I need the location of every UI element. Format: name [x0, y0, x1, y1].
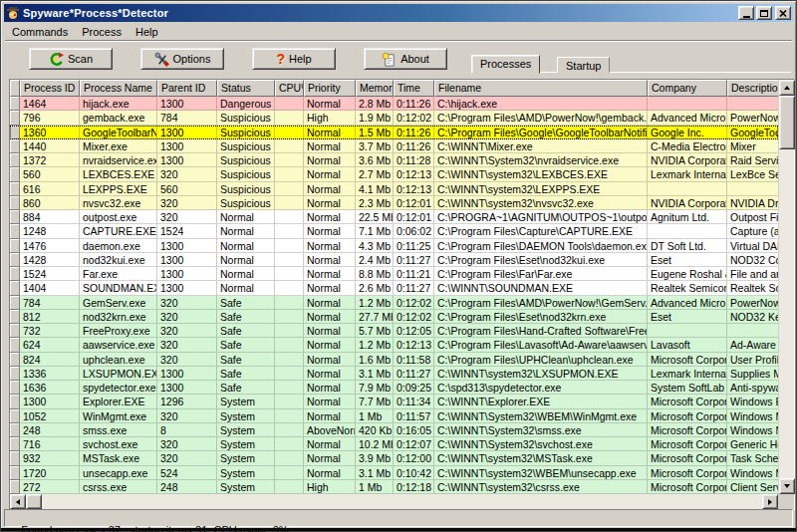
table-row[interactable]: 1636spydetector.exe1300SafeNormal7.9 Mb0…: [10, 381, 778, 395]
scan-button[interactable]: Scan: [29, 48, 113, 70]
cell-pid: 1476: [20, 239, 80, 253]
cell-cpu: [275, 253, 304, 267]
cell-description: Windows N: [727, 423, 778, 437]
column-header-parent[interactable]: Parent ID: [157, 80, 217, 97]
cell-time: 0:12:18: [394, 480, 434, 494]
scroll-left-button[interactable]: [10, 494, 26, 509]
tab-processes[interactable]: Processes: [471, 55, 540, 74]
vertical-scroll-track[interactable]: [779, 149, 794, 478]
table-row[interactable]: 1464hijack.exe1300DangerousNormal2.8 Mb0…: [10, 97, 778, 111]
close-button[interactable]: [775, 6, 791, 20]
table-row[interactable]: 860nvsvc32.exe320SuspiciousNormal2.3 Mb0…: [10, 196, 778, 210]
cell-priority: Normal: [304, 253, 356, 267]
table-row[interactable]: 716svchost.exe320SystemNormal10.2 Mb0:12…: [10, 437, 778, 451]
table-row[interactable]: 932MSTask.exe320SystemNormal3.9 Mb0:12:0…: [10, 451, 778, 465]
cell-parent: 1300: [157, 281, 217, 295]
column-header-status[interactable]: Status: [217, 80, 275, 97]
tab-startup[interactable]: Startup: [557, 57, 610, 73]
column-header-name[interactable]: Process Name: [80, 80, 157, 97]
about-button[interactable]: About: [364, 48, 447, 70]
cell-description: Windows M: [727, 409, 778, 423]
cell-parent: 320: [157, 210, 217, 224]
column-header-filename[interactable]: Filename: [434, 80, 648, 97]
cell-filename: C:\WINNT\system32\WBEM\unsecapp.exe: [434, 466, 648, 480]
cell-time: 0:06:02: [394, 224, 434, 238]
table-row[interactable]: 1476daemon.exe1300NormalNormal4.3 Mb0:11…: [10, 239, 778, 253]
table-row[interactable]: 272csrss.exe248SystemHigh1 Mb0:12:18C:\W…: [10, 480, 778, 494]
menu-process[interactable]: Process: [75, 25, 129, 39]
table-body: 1464hijack.exe1300DangerousNormal2.8 Mb0…: [10, 97, 778, 494]
cell-description: User Profile: [727, 353, 778, 367]
scroll-right-button[interactable]: [762, 494, 778, 509]
scroll-up-button[interactable]: [779, 80, 795, 96]
column-header-priority[interactable]: Priority: [304, 80, 356, 97]
table-row[interactable]: 1372nvraidservice.exe1300SuspiciousNorma…: [10, 153, 778, 167]
maximize-button[interactable]: [756, 6, 772, 20]
table-row[interactable]: 796gemback.exe784SuspiciousHigh1.9 Mb0:1…: [10, 111, 778, 125]
table-row[interactable]: 784GemServ.exe320SafeNormal1.2 Mb0:12:02…: [10, 296, 778, 310]
table-row[interactable]: 824uphclean.exe320SafeNormal1.6 Mb0:11:5…: [10, 353, 778, 367]
row-gutter: [10, 409, 20, 423]
menu-help[interactable]: Help: [129, 25, 165, 39]
table-row[interactable]: 1336LXSUPMON.EXE1300SafeNormal3.1 Mb0:11…: [10, 367, 778, 381]
table-row[interactable]: 1052WinMgmt.exe320SystemNormal1 Mb0:11:5…: [10, 409, 778, 423]
cell-status: Safe: [217, 367, 275, 381]
cell-filename: C:\hijack.exe: [434, 97, 648, 111]
cell-name: LEXBCES.EXE: [80, 167, 157, 181]
cell-parent: 320: [157, 353, 217, 367]
options-button[interactable]: Options: [140, 48, 224, 70]
cell-name: nvraidservice.exe: [80, 153, 157, 167]
column-header-description[interactable]: Description: [727, 80, 778, 97]
cell-priority: Normal: [304, 153, 356, 167]
table-row[interactable]: 248smss.exe8SystemAboveNormal420 Kb0:16:…: [10, 423, 778, 437]
cell-status: Suspicious: [217, 182, 275, 196]
table-row[interactable]: 1524Far.exe1300NormalNormal8.8 Mb0:11:21…: [10, 267, 778, 281]
menu-commands[interactable]: Commands: [5, 25, 75, 39]
vertical-scrollbar[interactable]: [778, 80, 794, 494]
table-row[interactable]: 1300Explorer.EXE1296SystemNormal7.7 Mb0:…: [10, 395, 778, 408]
cell-name: nod32krn.exe: [80, 310, 157, 324]
table-row[interactable]: 560LEXBCES.EXE320SuspiciousNormal2.7 Mb0…: [10, 167, 778, 181]
scroll-down-button[interactable]: [779, 478, 795, 494]
horizontal-scroll-thumb[interactable]: [26, 494, 42, 509]
cell-parent: 560: [157, 182, 217, 196]
cell-name: unsecapp.exe: [80, 466, 157, 480]
cell-time: 0:12:07: [394, 437, 434, 451]
help-button[interactable]: ? Help: [252, 48, 336, 70]
cell-status: Dangerous: [217, 97, 275, 111]
cell-description: Windows M: [727, 466, 778, 480]
cell-memory: 8.8 Mb: [356, 267, 394, 281]
row-gutter: [10, 281, 20, 295]
table-row[interactable]: 1248CAPTURE.EXE1524NormalNormal7.1 Mb0:0…: [10, 224, 778, 238]
table-row[interactable]: 732FreeProxy.exe320SafeNormal5.7 Mb0:12:…: [10, 324, 778, 338]
column-header-memory[interactable]: Memory: [356, 80, 394, 97]
column-header-time[interactable]: Time: [394, 80, 434, 97]
horizontal-scrollbar[interactable]: [10, 494, 778, 509]
table-row[interactable]: 1720unsecapp.exe524SystemNormal3.1 Mb0:1…: [10, 466, 778, 480]
minimize-button[interactable]: [738, 6, 754, 20]
cell-description: Anti-spywar: [727, 381, 778, 395]
cell-cpu: [275, 409, 304, 423]
row-gutter: [10, 353, 20, 367]
table-row[interactable]: 1360GoogleToolbarNotif1300SuspiciousNorm…: [10, 126, 778, 139]
table-row[interactable]: 616LEXPPS.EXE560SuspiciousNormal4.1 Mb0:…: [10, 182, 778, 196]
horizontal-scroll-track[interactable]: [42, 494, 762, 509]
cell-cpu: [275, 437, 304, 451]
column-header-pid[interactable]: Process ID: [20, 80, 80, 97]
column-header-cpu[interactable]: CPU%: [275, 80, 304, 97]
vertical-scroll-thumb[interactable]: [779, 96, 795, 149]
table-row[interactable]: 1428nod32kui.exe1300NormalNormal2.4 Mb0:…: [10, 253, 778, 267]
table-row[interactable]: 1404SOUNDMAN.EXE1300NormalNormal2.6 Mb0:…: [10, 281, 778, 295]
table-row[interactable]: 812nod32krn.exe320SafeNormal27.7 Mb0:12:…: [10, 310, 778, 324]
table-row[interactable]: 884outpost.exe320NormalNormal22.5 Mb0:12…: [10, 210, 778, 224]
cell-filename: C:\Program Files\AMD\PowerNow!\GemServ.e…: [434, 296, 648, 310]
cell-description: Capture (a s: [727, 224, 778, 238]
column-header-company[interactable]: Company: [648, 80, 727, 97]
cell-company: Microsoft Corporatio: [648, 423, 727, 437]
cell-company: Microsoft Corporatio: [648, 437, 727, 451]
table-row[interactable]: 624aawservice.exe320SafeNormal1.2 Mb0:12…: [10, 338, 778, 352]
cell-memory: 2.6 Mb: [356, 281, 394, 295]
table-row[interactable]: 1440Mixer.exe1300SuspiciousNormal3.7 Mb0…: [10, 139, 778, 153]
cell-status: Suspicious: [217, 153, 275, 167]
cell-time: 0:11:58: [394, 353, 434, 367]
